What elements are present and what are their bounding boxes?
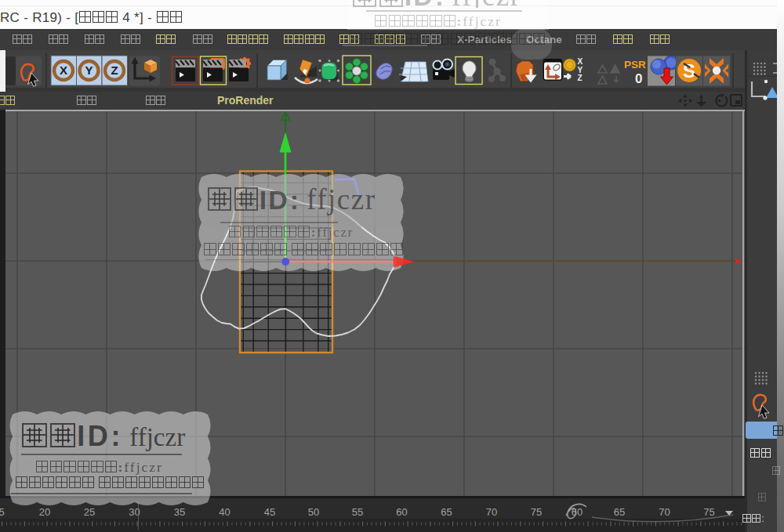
svg-text:Z: Z — [111, 63, 118, 77]
svg-text:X: X — [578, 57, 583, 66]
svg-text:PSR: PSR — [624, 59, 646, 71]
svg-text:Y: Y — [578, 66, 583, 74]
svg-text:Z: Z — [578, 74, 583, 82]
svg-text:Y: Y — [85, 63, 93, 77]
svg-text:X: X — [60, 63, 67, 77]
svg-text:0: 0 — [635, 71, 642, 86]
